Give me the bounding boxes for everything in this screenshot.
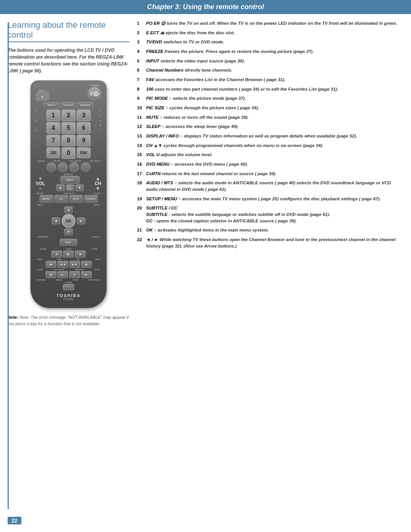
num-0-button[interactable]: 0: [62, 147, 75, 159]
ch-down-button[interactable]: ▼: [75, 184, 84, 191]
left-column: Learning about the remote control The bu…: [8, 20, 129, 327]
freeze-button[interactable]: FREEZE: [77, 102, 93, 109]
section-title: Learning about the remote control: [8, 20, 129, 42]
down-arrow-button[interactable]: ▼: [64, 228, 73, 235]
item-content: PO ER ⏻ turns the TV on and off. When th…: [146, 20, 397, 27]
picsize-button[interactable]: [81, 162, 91, 172]
num-9-button[interactable]: 9: [77, 135, 91, 146]
item-number: 18: [137, 180, 144, 192]
marker-button[interactable]: |►: [69, 271, 80, 278]
list-item: 16 DVD MENU ○ accesses the DVD menu ( pa…: [137, 161, 403, 168]
skip-next-button[interactable]: ⏭: [81, 261, 92, 268]
remote-top-row: EJECT ▲ POWER I/⏻: [36, 84, 101, 101]
input-row: INPUT TV/DVD FREEZE: [36, 102, 101, 109]
sleep-button[interactable]: [46, 162, 56, 172]
subtitle-key: SUBTITLE: [146, 212, 167, 217]
item-content: TV/DVD switches to TV or DVD mode.: [146, 39, 224, 45]
item-number: 21: [137, 227, 144, 233]
num-7-button[interactable]: 7: [46, 135, 60, 146]
slow-prev-button[interactable]: ◄|: [46, 271, 56, 278]
num-8-button[interactable]: 8: [62, 135, 75, 146]
audio-label: AUDIO: [94, 192, 100, 195]
item-content: CH ▲▼ cycles through programmed channels…: [146, 142, 323, 149]
rev-button[interactable]: ◄◄: [57, 261, 68, 268]
item-content: PIC SIZE ○ cycles through the picture si…: [146, 105, 259, 111]
display-label: DISPLAY: [36, 173, 101, 176]
playmode-label: PLAY MODE: [54, 268, 65, 271]
exit-area: EXIT: [36, 239, 101, 247]
info-button[interactable]: INFO: [61, 176, 80, 184]
item-content: PIC MODE ○ selects the picture mode (pag…: [146, 95, 246, 102]
page-header: Chapter 3: Using the remote control: [0, 0, 411, 14]
playmode-button[interactable]: ▶|: [57, 271, 68, 278]
list-item: 11 MUTE ○ reduces or turns off the sound…: [137, 114, 403, 121]
pause-label: PAUSE: [40, 248, 46, 250]
skip-row: ⏮ ◄◄ ►► ⏭: [36, 261, 101, 268]
ff-button[interactable]: ►►: [69, 261, 80, 268]
zoom-button[interactable]: [63, 284, 74, 290]
playback-labels: PAUSE PLAY STOP: [36, 248, 101, 250]
right-column: 1 PO ER ⏻ turns the TV on and off. When …: [137, 20, 403, 327]
pause-button[interactable]: ⏸: [51, 251, 62, 257]
stop-button[interactable]: ■: [75, 251, 86, 257]
item-number: 16: [137, 161, 144, 168]
slow-next-button[interactable]: |►: [81, 271, 92, 278]
note-italic: Note: The error message "NOT AVAILABLE" …: [8, 315, 129, 326]
input-button[interactable]: INPUT: [44, 102, 59, 109]
angle-label: ANGLE: [56, 279, 62, 281]
item-key: VOL U: [146, 152, 159, 157]
info-area: INFO ▲ DVDMENU ▼: [56, 176, 84, 191]
num-1-button[interactable]: 1: [46, 110, 60, 121]
mts-button[interactable]: MTS: [69, 195, 83, 203]
num-6-button[interactable]: 6: [77, 122, 91, 134]
power-button[interactable]: I/⏻: [88, 87, 101, 101]
ok-button[interactable]: OK: [62, 214, 75, 228]
item-number: 13: [137, 133, 144, 139]
list-item: 14 CH ▲▼ cycles through programmed chann…: [137, 142, 403, 149]
back-label: BACK: [37, 204, 43, 206]
menu-button[interactable]: MENU: [40, 195, 53, 203]
item-number: 22: [137, 236, 144, 249]
dvd-menu-button[interactable]: DVDMENU: [66, 184, 74, 191]
nav-cluster: BACK NEXT ◄ ▲ OK ▼ ► TOP MENU: [36, 204, 101, 247]
power-label: POWER: [88, 84, 101, 87]
play-button[interactable]: ▶: [63, 251, 74, 257]
num-100-button[interactable]: 100: [46, 147, 60, 158]
item-content: SETUP / MENU ○ accesses the main TV menu…: [146, 196, 381, 202]
item-number: 11: [137, 114, 144, 121]
rev-label: REV: [57, 258, 62, 260]
chrtn-button[interactable]: CHRTN: [84, 195, 98, 203]
ch-up-button[interactable]: ▲: [56, 184, 65, 191]
return-labels: RETURN ANGLE JUMP REPEAT A-B: [36, 279, 101, 281]
picmode-button[interactable]: [69, 162, 79, 172]
item-content: CxRTN returns to the last viewed channel…: [146, 171, 276, 177]
right-arrow-button[interactable]: ►: [77, 217, 85, 224]
cc-key: CC: [146, 219, 153, 223]
return-label: RETURN: [37, 279, 45, 281]
page-number: 22: [8, 517, 21, 524]
item-key: SUBTITLE / CC: [146, 206, 177, 210]
eject-button[interactable]: ▲: [36, 92, 49, 101]
playback-row: ⏸ ▶ ■: [36, 251, 101, 257]
num-3-button[interactable]: 3: [77, 110, 91, 121]
remote-brand: TOSHIBA: [36, 293, 101, 298]
intro-text: The buttons used for operating the LCD T…: [8, 47, 129, 74]
ch-label: ▲: [95, 176, 101, 181]
item-content: VOL U adjusts the volume level.: [146, 152, 212, 158]
tvdvd-button[interactable]: TV/DVD: [61, 102, 76, 109]
note-bold: Note:: [8, 315, 18, 320]
num-4-button[interactable]: 4: [46, 122, 60, 134]
item-key: E ECT: [146, 30, 159, 35]
up-arrow-button[interactable]: ▲: [64, 206, 73, 213]
left-arrow-button[interactable]: ◄: [52, 217, 60, 224]
num-2-button[interactable]: 2: [62, 110, 75, 121]
exit-button[interactable]: EXIT: [60, 239, 77, 246]
cc-button[interactable]: CC: [54, 195, 68, 203]
numpad-area: 1 2 3 4 5 6 7 8 9: [41, 110, 96, 160]
mute-button[interactable]: [58, 162, 68, 172]
fav-button[interactable]: FAV: [77, 147, 91, 158]
skip-prev-button[interactable]: ⏮: [46, 261, 56, 268]
picsize-label: PIC SIZE: [90, 160, 100, 162]
num-5-button[interactable]: 5: [62, 122, 75, 134]
list-item: 12 SLEEP ○ accesses the sleep timer (pag…: [137, 123, 403, 130]
